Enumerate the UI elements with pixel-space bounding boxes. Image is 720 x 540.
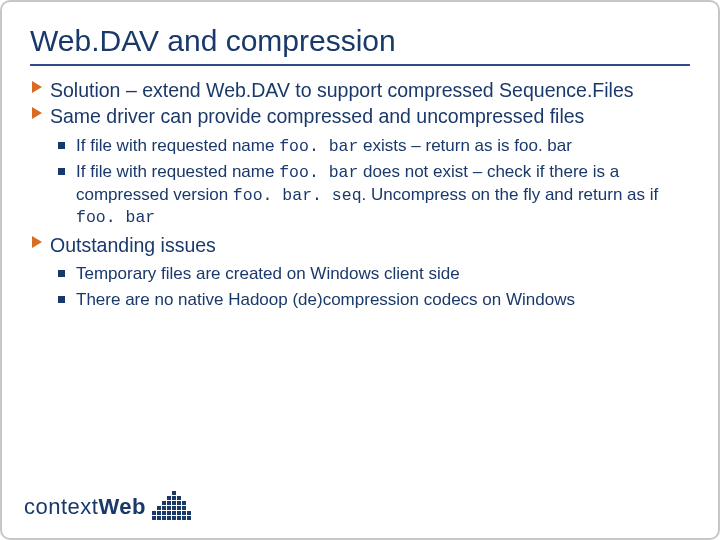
text: . Uncompress on the fly and return as if bbox=[362, 185, 659, 204]
text: Temporary files are created on Windows c… bbox=[76, 264, 460, 283]
title-rule bbox=[30, 64, 690, 66]
arrow-icon bbox=[32, 236, 42, 248]
sub-bullets-driver: If file with requested name foo. bar exi… bbox=[58, 135, 690, 229]
slide-title: Web.DAV and compression bbox=[30, 24, 690, 58]
text: If file with requested name bbox=[76, 162, 279, 181]
sub-bullet: If file with requested name foo. bar doe… bbox=[58, 161, 690, 228]
slide-body: Solution – extend Web.DAV to support com… bbox=[30, 78, 690, 311]
code: foo. bar. seq bbox=[233, 186, 362, 205]
text: If file with requested name bbox=[76, 136, 279, 155]
bullet-text: Solution – extend Web.DAV to support com… bbox=[50, 79, 634, 101]
text: There are no native Hadoop (de)compressi… bbox=[76, 290, 575, 309]
sub-bullet: If file with requested name foo. bar exi… bbox=[58, 135, 690, 157]
sub-bullets-outstanding: Temporary files are created on Windows c… bbox=[58, 263, 690, 311]
slide: Web.DAV and compression Solution – exten… bbox=[0, 0, 720, 540]
arrow-icon bbox=[32, 107, 42, 119]
logo-grid-icon bbox=[152, 491, 191, 520]
code: foo. bar bbox=[76, 208, 155, 227]
sub-bullet: There are no native Hadoop (de)compressi… bbox=[58, 289, 690, 311]
arrow-icon bbox=[32, 81, 42, 93]
sub-bullet: Temporary files are created on Windows c… bbox=[58, 263, 690, 285]
bullet-text: Same driver can provide compressed and u… bbox=[50, 105, 584, 127]
code: foo. bar bbox=[279, 163, 358, 182]
bullet-text: Outstanding issues bbox=[50, 234, 216, 256]
logo-web: Web bbox=[98, 494, 146, 520]
contextweb-logo: contextWeb bbox=[24, 491, 191, 520]
bullet-same-driver: Same driver can provide compressed and u… bbox=[30, 104, 690, 128]
bullet-outstanding: Outstanding issues bbox=[30, 233, 690, 257]
text: exists – return as is foo. bar bbox=[358, 136, 572, 155]
code: foo. bar bbox=[279, 137, 358, 156]
bullet-solution: Solution – extend Web.DAV to support com… bbox=[30, 78, 690, 102]
logo-context: context bbox=[24, 494, 98, 520]
logo-text: contextWeb bbox=[24, 494, 146, 520]
